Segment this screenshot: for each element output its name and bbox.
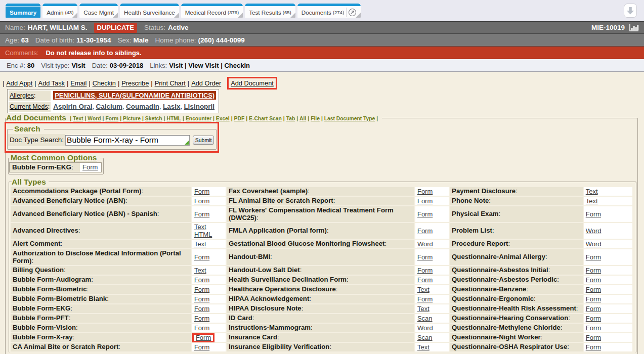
enc-link-visit[interactable]: Visit (169, 62, 183, 69)
doc-link-form[interactable]: Form (194, 324, 209, 332)
new-doc-link-html[interactable]: HTML (167, 116, 182, 121)
new-doc-link-encounter[interactable]: Encounter (186, 116, 211, 121)
new-doc-link-e-chart-scan[interactable]: E-Chart Scan (249, 116, 282, 121)
doc-link-text[interactable]: Text (194, 224, 206, 231)
doc-link-form[interactable]: Form (586, 286, 601, 293)
enc-link-checkin[interactable]: Checkin (224, 62, 250, 69)
bar-chart-icon[interactable] (629, 23, 639, 32)
chart-action-links: |Add Appt|Add Task|Email|Checkin|Prescri… (3, 76, 638, 90)
action-link-add-document[interactable]: Add Document (231, 79, 274, 87)
doc-link-text[interactable]: Text (586, 197, 598, 205)
doc-link-form[interactable]: Form (194, 315, 209, 322)
new-doc-link-last-document-type[interactable]: Last Document Type (324, 116, 375, 121)
doc-link-form[interactable]: Form (586, 295, 601, 303)
doc-link-form[interactable]: Form (417, 197, 433, 205)
combo-expand-icon[interactable] (185, 141, 189, 145)
doc-link-form[interactable]: Form (586, 276, 601, 284)
action-link-print-chart[interactable]: Print Chart (155, 79, 186, 87)
new-doc-link-sketch[interactable]: Sketch (145, 116, 162, 121)
tab-health-surveillance[interactable]: Health Surveillance (120, 4, 179, 18)
doc-link-text[interactable]: Text (194, 267, 206, 274)
med-link-lisinopril[interactable]: Lisinopril (184, 103, 214, 110)
label-text: Procedure Report (452, 240, 508, 247)
duplicate-badge[interactable]: DUPLICATE (94, 23, 137, 33)
new-doc-link-all[interactable]: All (299, 116, 306, 121)
doc-link-form[interactable]: Form (586, 305, 601, 313)
action-link-prescribe[interactable]: Prescribe (121, 79, 149, 87)
doc-link-text[interactable]: Text (417, 343, 430, 351)
doc-link-text[interactable]: Text (417, 286, 430, 293)
new-doc-link-word[interactable]: Word (88, 116, 101, 121)
doc-link-scan[interactable]: Scan (417, 315, 433, 322)
doc-link-form[interactable]: Form (194, 188, 209, 195)
doc-link-form[interactable]: Form (194, 295, 209, 303)
doc-link-word[interactable]: Word (417, 240, 433, 248)
doc-link-word[interactable]: Word (417, 324, 433, 332)
doc-link-form[interactable]: Form (417, 267, 433, 274)
doc-link-form[interactable]: Form (194, 197, 209, 205)
action-link-add-order[interactable]: Add Order (191, 79, 221, 87)
new-doc-link-excel[interactable]: Excel (216, 116, 230, 121)
scroll-down-button[interactable] (624, 4, 637, 18)
doc-link-form[interactable]: Form (194, 210, 209, 218)
enc-link-view-visit[interactable]: View Visit (188, 62, 219, 69)
doc-link-word[interactable]: Word (586, 227, 602, 235)
doc-link-form[interactable]: Form (194, 276, 209, 284)
doc-link-form[interactable]: Form (196, 334, 211, 341)
new-doc-link-file[interactable]: File (311, 116, 320, 121)
new-doc-link-tab[interactable]: Tab (286, 116, 295, 121)
doc-link-form[interactable]: Form (586, 343, 601, 351)
tab-case-mgmt[interactable]: Case Mgmt (79, 4, 118, 18)
tab-medical-record[interactable]: Medical Record(376) (181, 4, 243, 18)
allergies-link[interactable]: Allergies (10, 92, 34, 99)
doc-link-text[interactable]: Text (417, 305, 430, 313)
new-doc-link-picture[interactable]: Picture (123, 116, 141, 121)
doc-link-form[interactable]: Form (586, 210, 601, 218)
doc-type-label: Questionnaire-Benzene: (450, 285, 583, 294)
doc-link-form[interactable]: Form (194, 286, 209, 293)
doc-type-link-cell: Form (415, 197, 449, 205)
action-link-email[interactable]: Email (70, 79, 87, 87)
submit-button[interactable]: Submit (193, 136, 214, 145)
new-doc-link-pdf[interactable]: PDF (234, 116, 245, 121)
options-link[interactable]: Options (67, 153, 97, 162)
doc-link-form[interactable]: Form (586, 315, 601, 322)
doc-link-form[interactable]: Form (417, 295, 433, 303)
new-doc-link-form[interactable]: Form (105, 116, 118, 121)
doc-link-form[interactable]: Form (194, 305, 209, 313)
med-link-calcium[interactable]: Calcium (96, 103, 122, 110)
action-link-checkin[interactable]: Checkin (93, 79, 116, 87)
doc-link-text[interactable]: Text (586, 188, 598, 195)
doc-link-form[interactable]: Form (586, 253, 601, 261)
doc-type-search-input[interactable] (65, 135, 190, 146)
most-common-form-link[interactable]: Form (82, 163, 98, 171)
doc-link-form[interactable]: Form (586, 267, 601, 274)
current-meds-link[interactable]: Current Meds (10, 103, 48, 110)
doc-link-form[interactable]: Form (586, 334, 601, 341)
tab-summary[interactable]: Summary (6, 4, 40, 18)
doc-link-form[interactable]: Form (417, 253, 433, 261)
tab-admin[interactable]: Admin(43) (42, 4, 77, 18)
doc-link-form[interactable]: Form (417, 276, 433, 284)
tab-label: Medical Record (185, 9, 226, 16)
doc-link-form[interactable]: Form (194, 343, 209, 351)
allergy-value-link[interactable]: PENICILLINS, SULFA(SULFONAMIDE ANTIBIOTI… (53, 91, 216, 100)
doc-link-word[interactable]: Word (586, 240, 602, 248)
med-link-lasix[interactable]: Lasix (163, 103, 181, 110)
doc-link-scan[interactable]: Scan (417, 334, 433, 341)
doc-link-form[interactable]: Form (417, 227, 433, 235)
action-link-add-task[interactable]: Add Task (38, 79, 65, 87)
tab-test-results[interactable]: Test Results(65) (245, 4, 295, 18)
label-text: Insurance Card (229, 333, 277, 341)
tab-documents[interactable]: Documents(274) (297, 4, 361, 18)
doc-link-form[interactable]: Form (194, 253, 209, 261)
new-doc-link-text[interactable]: Text (73, 116, 83, 121)
doc-link-text[interactable]: Text (194, 240, 206, 248)
doc-link-form[interactable]: Form (417, 210, 433, 218)
doc-link-form[interactable]: Form (586, 324, 601, 332)
doc-link-html[interactable]: HTML (194, 231, 212, 239)
med-link-coumadin[interactable]: Coumadin (126, 103, 159, 110)
doc-link-form[interactable]: Form (417, 188, 433, 195)
med-link-aspirin-oral[interactable]: Aspirin Oral (53, 103, 92, 110)
action-link-add-appt[interactable]: Add Appt (6, 79, 32, 87)
